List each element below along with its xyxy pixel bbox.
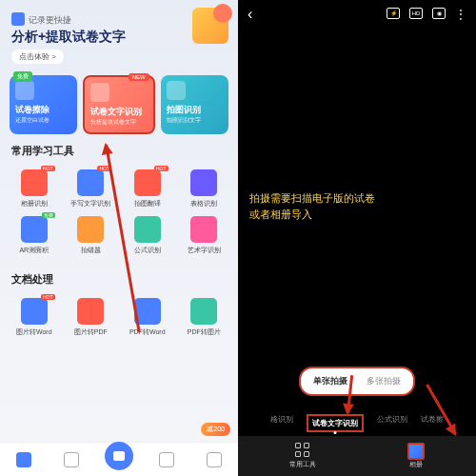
tool-icon	[134, 169, 161, 196]
hint-text: 拍摄需要扫描电子版的试卷或者相册导入	[249, 190, 465, 222]
tool-icon	[190, 216, 217, 243]
card-icon	[90, 83, 109, 102]
tool-icon	[77, 169, 104, 196]
tab-erase[interactable]: 试卷擦	[421, 414, 444, 432]
tab-formula[interactable]: 公式识别	[377, 414, 407, 432]
tool-icon	[134, 216, 161, 243]
tool-icon	[77, 298, 104, 325]
tool-item[interactable]: 艺术字识别	[176, 212, 233, 259]
tool-icon	[190, 169, 217, 196]
badge-free: 免费	[13, 71, 32, 82]
nav-files[interactable]	[48, 443, 95, 476]
tool-label: PDF转图片	[176, 327, 233, 337]
tool-icon	[190, 298, 217, 325]
tool-item[interactable]: HOT拍图翻译	[119, 166, 176, 212]
card-icon	[167, 81, 186, 100]
tool-label: 拍错题	[63, 246, 120, 255]
tool-icon	[21, 216, 48, 243]
tool-item[interactable]: HOT相册识别	[6, 166, 63, 212]
tool-item[interactable]: PDF转Word	[119, 294, 176, 341]
hd-toggle[interactable]: HD	[409, 8, 423, 19]
card-text-recognition[interactable]: NEW试卷文字识别分析提取试卷文字	[83, 75, 154, 134]
tool-label: 公式识别	[119, 246, 176, 255]
profile-icon	[207, 452, 222, 467]
camera-topbar: ‹ ⚡ HD ◉ ⋮	[238, 0, 476, 29]
tool-icon	[21, 169, 48, 196]
tab-table[interactable]: 格识别	[270, 414, 293, 432]
tool-label: 图片转PDF	[63, 327, 120, 337]
banner-subtitle: 记录更快捷	[29, 15, 71, 25]
camera-bottom-bar: 常用工具 相册	[238, 436, 476, 476]
nav-camera[interactable]	[95, 443, 143, 476]
shoot-mode-toggle: 单张拍摄 多张拍摄	[299, 367, 415, 396]
album-button[interactable]: 相册	[407, 443, 425, 469]
tool-icon	[21, 298, 48, 325]
tool-item[interactable]: 图片转PDF	[63, 294, 120, 341]
tool-item[interactable]: HOT图片转Word	[6, 294, 63, 341]
banner-icon	[11, 12, 25, 26]
camera-screen: ‹ ⚡ HD ◉ ⋮ 拍摄需要扫描电子版的试卷或者相册导入 单张拍摄 多张拍摄 …	[238, 0, 476, 476]
home-icon	[16, 452, 31, 467]
banner-cta-button[interactable]: 点击体验 >	[11, 50, 64, 64]
tool-label: 手写文字识别	[63, 199, 120, 208]
album-icon	[407, 443, 425, 460]
tab-paper-text[interactable]: 试卷文字识别	[307, 414, 364, 432]
nav-home[interactable]	[0, 443, 48, 476]
tool-item[interactable]: 拍错题	[63, 212, 120, 259]
tool-item[interactable]: 表格识别	[176, 166, 233, 212]
tools-icon	[159, 452, 174, 467]
coupon-badge[interactable]: 减200	[201, 423, 230, 436]
badge-new: NEW	[129, 73, 149, 81]
camera-icon	[105, 442, 133, 470]
tool-label: PDF转Word	[119, 327, 176, 337]
card-photo-recognition[interactable]: 拍图识别拍照识别文字	[161, 75, 228, 134]
tool-item[interactable]: 免费AR测面积	[6, 212, 63, 259]
tools-grid-2: HOT图片转Word图片转PDFPDF转WordPDF转图片	[0, 290, 238, 345]
files-icon	[64, 452, 79, 467]
banner[interactable]: 记录更快捷 分析+提取试卷文字 点击体验 >	[0, 0, 238, 71]
grid-icon	[295, 443, 310, 458]
tool-label: 艺术字识别	[176, 246, 233, 255]
nav-tools[interactable]	[143, 443, 190, 476]
more-icon[interactable]: ⋮	[455, 8, 466, 21]
tool-label: AR测面积	[6, 246, 63, 255]
tool-item[interactable]: PDF转图片	[176, 294, 233, 341]
tool-item[interactable]: 公式识别	[119, 212, 176, 259]
tool-label: 拍图翻译	[119, 199, 176, 208]
app-home-screen: 记录更快捷 分析+提取试卷文字 点击体验 > 免费试卷擦除还原空白试卷 NEW试…	[0, 0, 238, 476]
tool-label: 表格识别	[176, 199, 233, 208]
feature-cards: 免费试卷擦除还原空白试卷 NEW试卷文字识别分析提取试卷文字 拍图识别拍照识别文…	[0, 75, 238, 134]
card-icon	[15, 81, 34, 100]
mode-tabs: 格识别 试卷文字识别 公式识别 试卷擦	[238, 414, 476, 432]
tool-label: 相册识别	[6, 199, 63, 208]
common-tools-button[interactable]: 常用工具	[289, 443, 316, 469]
flash-icon[interactable]: ⚡	[387, 8, 400, 19]
section-title: 文档处理	[11, 272, 227, 287]
tool-label: 图片转Word	[6, 327, 63, 337]
back-button[interactable]: ‹	[248, 6, 252, 23]
camera-flip-icon[interactable]: ◉	[432, 8, 446, 19]
tool-icon	[77, 216, 104, 243]
bottom-nav	[0, 442, 238, 476]
card-erase-paper[interactable]: 免费试卷擦除还原空白试卷	[10, 75, 77, 134]
banner-illustration	[192, 8, 228, 44]
section-title: 常用学习工具	[11, 144, 227, 158]
nav-profile[interactable]	[190, 443, 238, 476]
multi-shot-button[interactable]: 多张拍摄	[357, 371, 410, 391]
